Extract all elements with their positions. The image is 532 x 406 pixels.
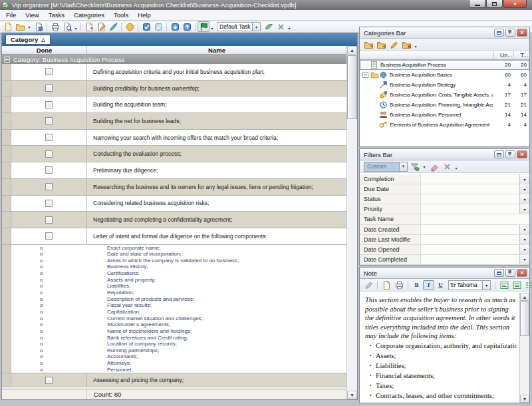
new-subcategory-icon[interactable] bbox=[375, 39, 387, 50]
task-checkbox[interactable] bbox=[45, 200, 53, 207]
task-checkbox[interactable] bbox=[45, 377, 53, 384]
delete-default-task-icon[interactable] bbox=[275, 21, 287, 32]
restore-icon[interactable] bbox=[494, 269, 504, 277]
task-row[interactable]: Defining acquisition criteria and your i… bbox=[2, 64, 346, 81]
filter-preset-combo[interactable]: Custom ▼ bbox=[364, 162, 408, 172]
edit-task-icon[interactable] bbox=[95, 21, 107, 32]
filter-value-field[interactable] bbox=[421, 255, 519, 264]
new-file-icon[interactable] bbox=[2, 21, 14, 32]
save-icon[interactable] bbox=[33, 21, 45, 32]
pin-icon[interactable] bbox=[505, 269, 515, 277]
close-icon[interactable]: × bbox=[517, 150, 527, 158]
menu-categories[interactable]: Categories bbox=[69, 11, 109, 19]
filter-value-field[interactable] bbox=[421, 184, 519, 194]
task-checkbox[interactable] bbox=[45, 150, 53, 158]
task-row[interactable]: Assessing and pricing the company; bbox=[2, 373, 346, 387]
delete-filter-icon[interactable] bbox=[441, 161, 453, 172]
edit-category-icon[interactable] bbox=[388, 39, 400, 50]
new-note-icon[interactable] bbox=[380, 280, 392, 290]
close-icon[interactable]: × bbox=[517, 29, 527, 37]
task-checkbox[interactable] bbox=[45, 166, 53, 174]
filters-toolbar-overflow[interactable]: ▾ bbox=[454, 161, 459, 172]
collapse-group-icon[interactable] bbox=[4, 57, 10, 63]
align-left-icon[interactable] bbox=[498, 280, 510, 290]
print-icon[interactable] bbox=[49, 21, 61, 32]
scrollbar-thumb[interactable] bbox=[347, 55, 357, 119]
category-tree-item[interactable]: Business Acquisition: Financing, Intangi… bbox=[360, 100, 529, 110]
mark-incomplete-icon[interactable] bbox=[152, 21, 164, 32]
task-checkbox[interactable] bbox=[45, 183, 53, 190]
category-tree-item[interactable]: Business Acquisition: Costs, Tangible As… bbox=[360, 90, 529, 100]
restore-icon[interactable] bbox=[494, 29, 504, 37]
column-header-total[interactable]: T... bbox=[513, 51, 529, 59]
task-row[interactable]: Researching the business and its owners … bbox=[2, 179, 346, 196]
scroll-down-icon[interactable]: ▼ bbox=[347, 391, 357, 399]
menu-view[interactable]: View bbox=[21, 11, 43, 19]
filter-preset-dropdown-icon[interactable]: ▼ bbox=[399, 162, 407, 171]
task-checkbox[interactable] bbox=[45, 101, 53, 108]
column-header-uncompleted[interactable]: Un... bbox=[493, 51, 513, 59]
category-tree-item[interactable]: Business Acquisition Strategy44 bbox=[360, 80, 529, 90]
open-file-icon[interactable] bbox=[14, 21, 26, 32]
close-icon[interactable]: × bbox=[517, 269, 527, 277]
filter-value-field[interactable] bbox=[421, 194, 519, 204]
category-group-row[interactable]: Category: Business Acquisition Process bbox=[2, 55, 346, 64]
default-task-combo-dropdown-icon[interactable]: ▾ bbox=[252, 23, 260, 31]
filter-value-field[interactable] bbox=[421, 174, 519, 184]
delete-category-icon[interactable] bbox=[400, 39, 412, 50]
print-note-icon[interactable] bbox=[393, 280, 405, 290]
task-row[interactable]: Considering related business acquisition… bbox=[2, 196, 346, 212]
menu-tools[interactable]: Tools bbox=[109, 11, 133, 19]
filter-value-field[interactable] bbox=[421, 235, 519, 244]
task-checkbox[interactable] bbox=[45, 216, 53, 224]
view-toolbar-overflow[interactable]: ▾ bbox=[209, 21, 215, 32]
apply-filter-icon[interactable] bbox=[408, 161, 420, 172]
menu-help[interactable]: Help bbox=[133, 11, 156, 19]
clear-filter-icon[interactable] bbox=[428, 161, 440, 172]
insert-template-icon[interactable] bbox=[362, 280, 374, 290]
group-by-category-button[interactable]: Category △ bbox=[5, 35, 51, 45]
filter-dropdown-icon[interactable]: ▾ bbox=[519, 184, 529, 194]
filter-dropdown-icon[interactable]: ▾ bbox=[519, 255, 529, 264]
task-list-scrollbar[interactable]: ▲ ▼ bbox=[346, 46, 357, 399]
task-checkbox[interactable] bbox=[45, 68, 53, 75]
category-tree-item[interactable]: Elements of Business Acquisition Agreeme… bbox=[360, 120, 529, 130]
note-scroll-down-icon[interactable]: ▼ bbox=[520, 395, 529, 403]
category-tree-item[interactable]: Business Acquisition Basics6060 bbox=[360, 70, 529, 80]
expand-all-icon[interactable] bbox=[169, 21, 181, 32]
filter-value-field[interactable] bbox=[421, 245, 519, 254]
filter-value-field[interactable] bbox=[421, 225, 519, 234]
underline-button[interactable]: U bbox=[435, 280, 446, 290]
mark-complete-icon[interactable] bbox=[140, 21, 152, 32]
bold-button[interactable]: B bbox=[411, 280, 422, 290]
task-row[interactable]: Narrowing your search with incoming offe… bbox=[2, 130, 346, 146]
filter-dropdown-icon[interactable]: ▾ bbox=[519, 235, 529, 244]
font-dropdown-icon[interactable]: ▾ bbox=[482, 281, 490, 290]
new-category-icon[interactable] bbox=[362, 39, 374, 50]
filter-dropdown-icon[interactable]: ▾ bbox=[519, 194, 529, 204]
scroll-up-icon[interactable]: ▲ bbox=[347, 46, 357, 55]
restore-icon[interactable] bbox=[494, 150, 504, 158]
category-tree-item[interactable]: Business Acquisition: Personnel1414 bbox=[360, 110, 529, 120]
pin-icon[interactable] bbox=[505, 150, 515, 158]
task-row[interactable]: Conducting the evaluation process; bbox=[2, 146, 346, 162]
collapse-all-icon[interactable] bbox=[181, 21, 193, 32]
default-task-combo[interactable]: Default Task▾ bbox=[217, 22, 261, 31]
task-checkbox[interactable] bbox=[45, 85, 53, 92]
menu-file[interactable]: File bbox=[1, 11, 21, 19]
task-row[interactable]: Building the acquisition team; bbox=[2, 97, 346, 113]
filter-dropdown-icon[interactable]: ▾ bbox=[519, 225, 529, 234]
note-scrollbar-thumb[interactable] bbox=[520, 302, 529, 336]
note-scroll-up-icon[interactable]: ▲ bbox=[520, 293, 529, 301]
duplicate-task-icon[interactable] bbox=[107, 21, 119, 32]
column-header-name[interactable]: Name bbox=[87, 46, 346, 54]
file-toolbar-overflow[interactable]: ▾ bbox=[73, 21, 78, 32]
filter-value-field[interactable] bbox=[421, 204, 519, 214]
task-checkbox[interactable] bbox=[45, 117, 53, 124]
filter-dropdown-icon[interactable]: ▾ bbox=[519, 245, 529, 254]
new-task-icon[interactable] bbox=[83, 21, 95, 32]
go-service-icon[interactable] bbox=[198, 21, 209, 32]
task-row[interactable]: Letter of intent and formal due diligenc… bbox=[2, 228, 346, 245]
highlight-task-icon[interactable] bbox=[124, 21, 136, 32]
close-button[interactable]: × bbox=[503, 0, 527, 8]
